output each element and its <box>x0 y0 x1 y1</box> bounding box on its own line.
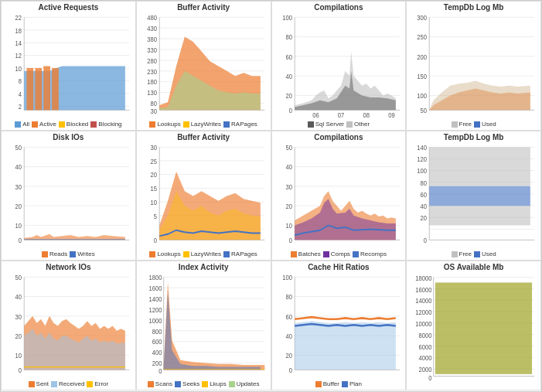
legend-free: Free <box>452 121 472 128</box>
legend-rapages: RAPages <box>223 251 257 257</box>
legend-used: Used <box>474 251 496 257</box>
svg-marker-94 <box>24 239 125 240</box>
chart-title: Cache Hit Ratios <box>308 263 369 271</box>
svg-text:800: 800 <box>152 328 162 336</box>
legend-label-lazywrites: LazyWrites <box>191 121 221 128</box>
legend: Scans Seeks Lkups Updates <box>148 380 260 388</box>
svg-text:09: 09 <box>388 112 395 120</box>
legend-color-lazywrites <box>183 121 189 128</box>
legend-seeks: Seeks <box>175 380 199 387</box>
svg-marker-148 <box>429 206 530 225</box>
svg-text:50: 50 <box>285 145 292 152</box>
svg-rect-19 <box>26 68 33 110</box>
svg-text:40: 40 <box>285 164 292 172</box>
svg-text:40: 40 <box>285 73 292 80</box>
svg-text:0: 0 <box>153 237 157 245</box>
legend-buffer: Buffer <box>315 380 339 387</box>
legend-label-used: Used <box>482 251 496 257</box>
legend-label-recomps: Recomps <box>360 251 387 257</box>
chart-buffer-activity: Buffer Activity 480 430 380 330 280 230 <box>136 1 271 131</box>
legend-color-used <box>474 251 480 257</box>
legend-blocked: Blocked <box>59 121 88 128</box>
chart-area: 50 40 30 20 10 0 <box>3 142 134 250</box>
chart-area: 1800 1600 1400 1200 1000 800 600 400 200… <box>138 272 269 380</box>
legend: Buffer Plan <box>315 380 362 388</box>
svg-text:0: 0 <box>428 373 431 382</box>
svg-text:60: 60 <box>285 313 292 321</box>
chart-title: Buffer Activity <box>177 133 230 141</box>
chart-os-available: OS Available Mb 18000 16000 14000 12000 … <box>406 261 541 390</box>
svg-text:07: 07 <box>337 112 344 120</box>
svg-text:18: 18 <box>15 27 22 35</box>
svg-text:20: 20 <box>150 172 157 179</box>
legend-color-sqlserver <box>308 121 314 128</box>
svg-text:40: 40 <box>285 332 292 340</box>
svg-text:1000: 1000 <box>148 317 162 325</box>
dashboard: Active Requests 22 18 14 12 10 <box>0 0 542 392</box>
chart-area: 18000 16000 14000 12000 10000 8000 6000 … <box>408 272 539 387</box>
svg-text:15: 15 <box>150 186 157 193</box>
legend-color-lookups <box>149 251 155 257</box>
legend-lookups: Lookups <box>149 251 180 257</box>
svg-text:06: 06 <box>312 112 319 120</box>
legend: All Active Blocked Blocking <box>15 120 121 128</box>
legend-other: Other <box>346 121 370 128</box>
legend-color-recomps <box>353 251 359 257</box>
legend-label-sqlserver: Sql Server <box>315 121 344 128</box>
legend-color-free <box>452 121 458 128</box>
svg-text:100: 100 <box>282 15 292 22</box>
chart-title: OS Available Mb <box>444 263 504 271</box>
svg-text:330: 330 <box>147 46 157 54</box>
legend: Lookups LazyWrites RAPages <box>149 120 257 128</box>
legend-color-rapages <box>223 251 230 257</box>
svg-text:200: 200 <box>417 53 427 61</box>
legend-color-updates <box>229 381 235 387</box>
chart-area: 140 120 100 80 60 40 20 0 <box>408 142 539 250</box>
chart-index-activity: Index Activity 1800 1600 1400 1200 1000 … <box>136 261 271 390</box>
svg-text:100: 100 <box>417 168 427 176</box>
chart-area: 22 18 14 12 10 8 4 2 <box>3 12 134 120</box>
legend-color-lkups <box>202 381 208 387</box>
svg-text:2000: 2000 <box>419 365 432 373</box>
svg-rect-20 <box>35 68 42 110</box>
svg-text:20: 20 <box>285 353 292 360</box>
chart-network-ios: Network IOs 50 40 30 20 10 0 <box>1 261 136 390</box>
legend: Batches Comps Recomps <box>291 250 387 258</box>
legend-all: All <box>15 121 29 128</box>
svg-text:50: 50 <box>15 274 22 282</box>
svg-text:20: 20 <box>15 203 22 210</box>
svg-text:5: 5 <box>153 213 157 220</box>
svg-text:100: 100 <box>417 93 427 101</box>
chart-compilations-mid: Compilations 50 40 30 20 10 0 <box>271 131 407 261</box>
legend-used: Used <box>474 121 496 128</box>
svg-text:480: 480 <box>147 15 157 22</box>
svg-text:20: 20 <box>285 93 292 101</box>
legend-color-scans <box>148 381 154 387</box>
legend-blocking: Blocking <box>90 121 121 128</box>
svg-marker-185 <box>163 282 264 370</box>
svg-text:2: 2 <box>19 104 22 111</box>
legend-color-received <box>51 381 57 387</box>
legend-color-other <box>346 121 353 128</box>
legend-color-rapages <box>223 121 230 128</box>
chart-area: 50 40 30 20 10 0 <box>3 272 134 380</box>
svg-text:25: 25 <box>150 158 157 165</box>
legend-active: Active <box>32 121 56 128</box>
chart-buffer-activity-mid: Buffer Activity 30 25 20 15 10 5 0 <box>136 131 271 261</box>
legend-label-seeks: Seeks <box>182 380 199 387</box>
legend-color-writes <box>70 251 76 257</box>
chart-area: 300 250 200 150 100 50 <box>408 12 539 120</box>
svg-text:40: 40 <box>15 294 22 302</box>
legend-label-updates: Updates <box>237 380 260 387</box>
svg-text:6000: 6000 <box>419 343 432 351</box>
legend-label-blocked: Blocked <box>66 121 88 128</box>
legend-color-reads <box>42 251 48 257</box>
svg-text:120: 120 <box>417 156 427 164</box>
svg-text:600: 600 <box>152 339 162 346</box>
chart-title: Network IOs <box>46 263 90 271</box>
chart-tempdb-log-mid: TempDb Log Mb 140 120 100 80 60 40 20 <box>406 131 541 261</box>
legend-label-sent: Sent <box>36 380 49 387</box>
svg-marker-147 <box>429 186 530 206</box>
svg-text:10: 10 <box>15 65 22 73</box>
legend-color-batches <box>291 251 297 257</box>
